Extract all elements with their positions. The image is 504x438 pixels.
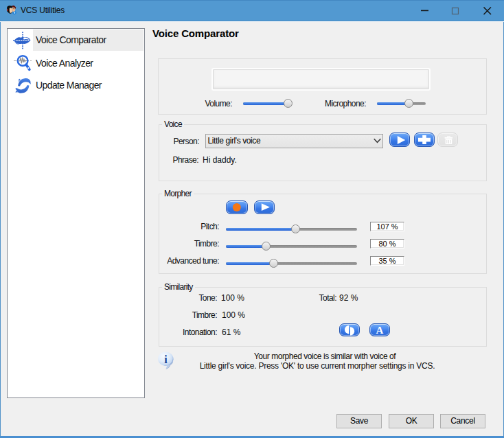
svg-text:A: A: [376, 325, 384, 336]
